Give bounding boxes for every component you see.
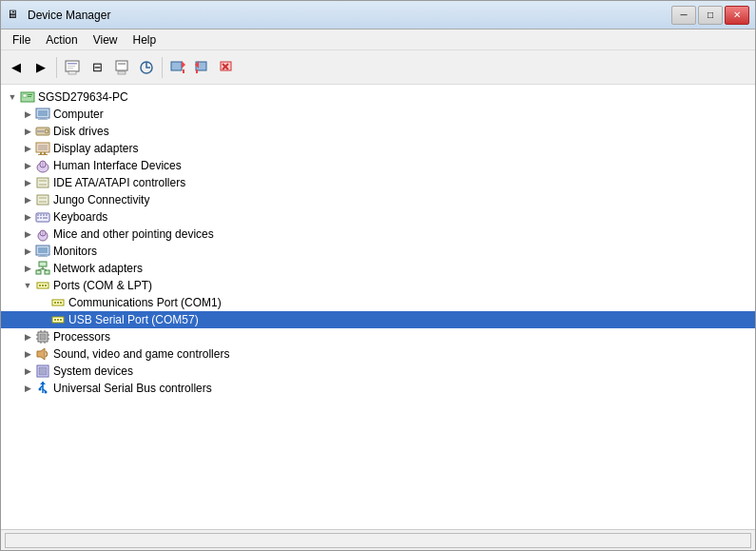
ideata-label: IDE ATA/ATAPI controllers (53, 176, 185, 189)
toolbar-separator-2 (162, 57, 163, 78)
tree-item-displayadapters[interactable]: ▶ Display adapters (1, 140, 755, 157)
root-icon (20, 89, 35, 105)
svg-rect-61 (45, 270, 49, 274)
tree-item-hid[interactable]: ▶ Human Interface Devices (1, 157, 755, 174)
forward-button[interactable]: ▶ (29, 56, 52, 79)
svg-rect-40 (37, 195, 48, 205)
minimize-button[interactable]: ─ (671, 6, 696, 25)
title-bar: 🖥 Device Manager ─ □ ✕ (1, 1, 755, 30)
tree-item-keyboards[interactable]: ▶ Keyboards (1, 208, 755, 226)
svg-rect-46 (43, 214, 45, 216)
back-button[interactable]: ◀ (5, 56, 28, 79)
remove-button[interactable] (216, 56, 239, 79)
tree-item-com1[interactable]: ▶ Communications Port (COM1) (1, 294, 755, 311)
monitors-icon (35, 244, 50, 259)
computer-label: Computer (53, 108, 104, 121)
tree-item-jungo[interactable]: ▶ Jungo Connectivity (1, 191, 755, 208)
expand-keyboards[interactable]: ▶ (20, 209, 35, 225)
tree-item-mice[interactable]: ▶ Mice and other pointing devices (1, 226, 755, 243)
maximize-button[interactable]: □ (698, 6, 723, 25)
toolbar-separator-1 (56, 57, 57, 78)
tree-item-sound[interactable]: ▶ Sound, video and game controllers (1, 345, 755, 363)
svg-rect-39 (39, 184, 47, 186)
svg-rect-32 (44, 152, 46, 154)
svg-rect-24 (40, 118, 46, 119)
menu-help[interactable]: Help (126, 31, 165, 49)
scan-button[interactable] (135, 56, 158, 79)
expand-computer[interactable]: ▶ (20, 107, 35, 122)
expand-ports[interactable]: ▼ (20, 278, 35, 293)
svg-rect-20 (28, 94, 32, 95)
expand-monitors[interactable]: ▶ (20, 244, 35, 259)
expand-root[interactable]: ▼ (5, 89, 20, 105)
uninstall-button[interactable] (110, 56, 133, 79)
tree-item-processors[interactable]: ▶ Processors (1, 328, 755, 345)
svg-rect-57 (40, 255, 46, 256)
svg-rect-42 (39, 201, 47, 203)
expand-diskdrives[interactable]: ▶ (20, 124, 35, 139)
svg-rect-76 (60, 319, 62, 321)
disable-button[interactable]: ⊟ (86, 56, 108, 79)
expand-processors[interactable]: ▶ (20, 329, 35, 344)
menu-bar: File Action View Help (1, 30, 755, 50)
computer-icon (35, 107, 50, 122)
ports-label: Ports (COM & LPT) (53, 279, 152, 292)
tree-item-usb57[interactable]: ▶ USB Serial Port (COM57) (1, 311, 755, 328)
main-content: ▼ SGSD279634-PC ▶ Computer ▶ (1, 85, 755, 529)
hid-label: Human Interface Devices (53, 159, 182, 172)
svg-rect-1 (68, 63, 77, 65)
tree-item-network[interactable]: ▶ Network adapters (1, 260, 755, 277)
tree-item-diskdrives[interactable]: ▶ Disk drives (1, 123, 755, 140)
tree-item-ports[interactable]: ▼ Ports (COM & LPT) (1, 277, 755, 294)
expand-mice[interactable]: ▶ (20, 226, 35, 242)
menu-file[interactable]: File (5, 31, 38, 49)
device-tree[interactable]: ▼ SGSD279634-PC ▶ Computer ▶ (1, 85, 755, 529)
tree-item-sysdev[interactable]: ▶ System devices (1, 363, 755, 380)
svg-rect-37 (37, 178, 48, 187)
tree-item-usb[interactable]: ▶ Universal Serial Bus controllers (1, 380, 755, 397)
usb-icon (35, 381, 50, 396)
tree-item-computer[interactable]: ▶ Computer (1, 106, 755, 123)
expand-sysdev[interactable]: ▶ (20, 364, 35, 379)
menu-view[interactable]: View (86, 31, 126, 49)
svg-rect-2 (68, 66, 75, 67)
expand-usb[interactable]: ▶ (20, 381, 35, 396)
expand-sound[interactable]: ▶ (20, 346, 35, 362)
window-title: Device Manager (28, 9, 110, 22)
properties-button[interactable] (61, 56, 84, 79)
expand-jungo[interactable]: ▶ (20, 192, 35, 207)
remove-icon (220, 60, 235, 75)
status-bar (1, 529, 755, 550)
com1-icon (50, 295, 66, 310)
expand-network[interactable]: ▶ (20, 261, 35, 276)
close-button[interactable]: ✕ (725, 6, 749, 25)
svg-rect-7 (118, 71, 126, 74)
svg-rect-74 (54, 319, 56, 321)
menu-action[interactable]: Action (38, 31, 85, 49)
update-button[interactable] (166, 56, 189, 79)
tree-item-root[interactable]: ▼ SGSD279634-PC (1, 89, 755, 106)
device-manager-window: 🖥 Device Manager ─ □ ✕ File Action View … (0, 0, 756, 551)
svg-rect-9 (171, 62, 182, 70)
svg-rect-38 (39, 180, 47, 182)
expand-displayadapters[interactable]: ▶ (20, 141, 35, 156)
expand-hid[interactable]: ▶ (20, 158, 35, 173)
svg-rect-59 (39, 262, 47, 266)
expand-ideata[interactable]: ▶ (20, 175, 35, 190)
svg-marker-87 (37, 348, 45, 360)
svg-rect-4 (68, 71, 76, 74)
rollback-button[interactable] (191, 56, 214, 79)
svg-rect-78 (40, 334, 46, 340)
tree-item-monitors[interactable]: ▶ Monitors (1, 243, 755, 260)
sysdev-label: System devices (53, 364, 133, 378)
svg-rect-30 (38, 145, 48, 150)
properties-icon (65, 60, 80, 75)
ideata-icon (35, 175, 50, 190)
rollback-icon (195, 60, 210, 75)
com1-label: Communications Port (COM1) (68, 296, 222, 309)
sound-label: Sound, video and game controllers (53, 347, 229, 361)
svg-rect-58 (38, 256, 48, 257)
svg-rect-28 (37, 130, 44, 132)
title-bar-left: 🖥 Device Manager (7, 8, 110, 23)
tree-item-ideata[interactable]: ▶ IDE ATA/ATAPI controllers (1, 174, 755, 191)
